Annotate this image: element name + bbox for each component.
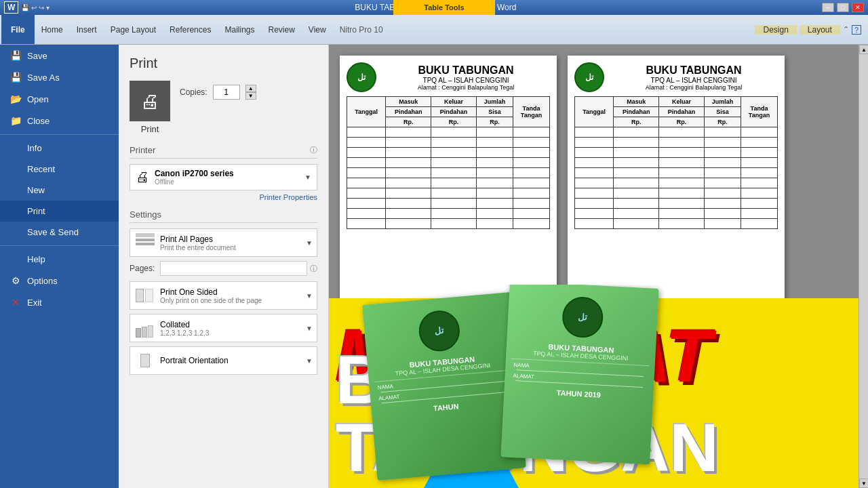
- pages-row: Pages: ⓘ: [130, 261, 317, 276]
- table-row: [347, 138, 550, 148]
- tab-layout[interactable]: Layout: [800, 25, 840, 35]
- booklet-2: تل BUKU TABUNGAN TPQ AL – ISLAH DESA CEN…: [500, 285, 658, 465]
- sidebar-item-open[interactable]: 📂 Open: [0, 88, 119, 110]
- orientation-text: Portrait Orientation: [160, 356, 229, 365]
- sidebar-item-print[interactable]: Print: [0, 201, 119, 222]
- tab-insert[interactable]: Insert: [70, 15, 104, 44]
- print-panel: Print 🖨 Print Copies: ▲ ▼: [119, 45, 329, 488]
- exit-icon: ✕: [9, 297, 22, 308]
- close-button[interactable]: ✕: [852, 3, 864, 12]
- col-masuk-pind-2: Pindahan: [614, 107, 659, 117]
- sidebar-item-save[interactable]: 💾 Save: [0, 45, 119, 66]
- maximize-button[interactable]: □: [837, 3, 849, 12]
- sidebar-item-info[interactable]: Info: [0, 138, 119, 159]
- main-layout: 💾 Save 💾 Save As 📂 Open 📁 Close Info Rec…: [0, 45, 868, 488]
- sidebar-item-help[interactable]: Help: [0, 249, 119, 270]
- printer-selector[interactable]: 🖨 Canon iP2700 series Offline ▼: [130, 164, 317, 190]
- settings-section-label: Settings: [130, 209, 161, 220]
- options-label: Options: [27, 276, 58, 286]
- doc-org2-2: Alamat : Cenggini Balapulang Tegal: [610, 84, 778, 91]
- copies-up[interactable]: ▲: [245, 85, 256, 92]
- copies-area: Copies: ▲ ▼: [180, 81, 256, 100]
- tab-page-layout[interactable]: Page Layout: [104, 15, 163, 44]
- print-button[interactable]: 🖨 Print: [130, 81, 170, 134]
- sidebar-item-close[interactable]: 📁 Close: [0, 110, 119, 131]
- sidebar-divider2: [0, 245, 119, 246]
- table-row: [575, 209, 778, 219]
- sides-selector[interactable]: Print One Sided Only print on one side o…: [130, 281, 317, 310]
- tab-mailings[interactable]: Mailings: [218, 15, 261, 44]
- pages-input[interactable]: [160, 261, 307, 276]
- printer-info-icon[interactable]: ⓘ: [310, 145, 317, 155]
- collate-selector[interactable]: Collated 1,2,3 1,2,3 1,2,3 ▼: [130, 314, 317, 342]
- sidebar-item-save-send[interactable]: Save & Send: [0, 222, 119, 243]
- scrollbar-right[interactable]: ▲ ▼: [859, 45, 868, 488]
- table-row: [575, 148, 778, 158]
- settings-section-header: Settings: [130, 209, 317, 223]
- printer-section-header: Printer ⓘ: [130, 145, 317, 159]
- sides-main: Print One Sided: [160, 287, 262, 297]
- print-sidebar-label: Print: [27, 206, 45, 216]
- tab-home[interactable]: Home: [35, 15, 70, 44]
- table-row: [575, 199, 778, 209]
- sides-text: Print One Sided Only print on one side o…: [160, 287, 262, 304]
- sidebar-item-save-as[interactable]: 💾 Save As: [0, 66, 119, 88]
- save-as-icon: 💾: [9, 72, 22, 83]
- scroll-up[interactable]: ▲: [859, 45, 868, 54]
- save-icon: 💾: [9, 50, 22, 61]
- ribbon-collapse-icon[interactable]: ⌃: [843, 25, 849, 34]
- print-button-label[interactable]: Print: [141, 124, 159, 134]
- doc-logo-1: تل: [347, 62, 376, 92]
- print-range-arrow: ▼: [306, 239, 313, 247]
- ribbon-help-icon[interactable]: ?: [852, 25, 861, 35]
- printer-dropdown-icon: ▼: [304, 174, 311, 181]
- pages-info-icon[interactable]: ⓘ: [310, 264, 317, 274]
- copies-down[interactable]: ▼: [245, 92, 256, 100]
- sidebar-item-new[interactable]: New: [0, 180, 119, 201]
- copies-input[interactable]: [213, 85, 240, 100]
- tab-references[interactable]: References: [163, 15, 218, 44]
- table-row: [575, 158, 778, 168]
- col-sisa-label-1: Sisa: [476, 107, 513, 117]
- copies-row: Copies: ▲ ▼: [180, 85, 256, 100]
- col-tanda-2: TandaTangan: [741, 97, 778, 127]
- ribbon: File Home Insert Page Layout References …: [0, 15, 868, 45]
- orientation-selector[interactable]: Portrait Orientation ▼: [130, 346, 317, 375]
- save-label: Save: [27, 51, 47, 61]
- col-keluar-rp-2: Rp.: [659, 117, 705, 127]
- sidebar-item-exit[interactable]: ✕ Exit: [0, 291, 119, 313]
- col-sisa-2: Jumlah: [704, 97, 741, 107]
- booklet2-year: TAHUN 2019: [509, 386, 648, 402]
- col-sisa-1: Jumlah: [476, 97, 513, 107]
- ribbon-right: Design Layout ⌃ ?: [755, 25, 867, 35]
- open-label: Open: [27, 94, 49, 104]
- options-icon: ⚙: [9, 275, 22, 286]
- print-range-sub: Print the entire document: [160, 244, 236, 251]
- printer-icon: 🖨: [136, 169, 149, 185]
- tab-design[interactable]: Design: [755, 25, 796, 35]
- sides-icon: [136, 286, 155, 305]
- exit-label: Exit: [27, 298, 42, 308]
- table-row: [347, 199, 550, 209]
- doc-title-block-1: BUKU TABUNGAN TPQ AL – ISLAH CENGGINI Al…: [382, 64, 550, 91]
- sidebar-item-options[interactable]: ⚙ Options: [0, 270, 119, 291]
- close-label: Close: [27, 116, 50, 126]
- col-keluar-pind-1: Pindahan: [431, 107, 477, 117]
- scroll-down[interactable]: ▼: [859, 479, 868, 488]
- tab-nitro[interactable]: Nitro Pro 10: [333, 15, 390, 44]
- table-row: [347, 148, 550, 158]
- tab-file[interactable]: File: [1, 15, 35, 44]
- sidebar-item-recent[interactable]: Recent: [0, 159, 119, 180]
- minimize-button[interactable]: ─: [822, 3, 834, 12]
- tab-review[interactable]: Review: [261, 15, 301, 44]
- print-range-text: Print All Pages Print the entire documen…: [160, 235, 236, 251]
- print-range-selector[interactable]: Print All Pages Print the entire documen…: [130, 228, 317, 257]
- table-row: [347, 209, 550, 219]
- save-as-label: Save As: [27, 73, 60, 83]
- col-sisa-rp-2: Rp.: [704, 117, 741, 127]
- col-keluar-rp-1: Rp.: [431, 117, 477, 127]
- tab-view[interactable]: View: [302, 15, 333, 44]
- quick-access-icons: 💾 ↩ ↪ ▾: [21, 4, 49, 12]
- printer-properties-link[interactable]: Printer Properties: [130, 193, 317, 201]
- col-tanggal-2: Tanggal: [575, 97, 614, 127]
